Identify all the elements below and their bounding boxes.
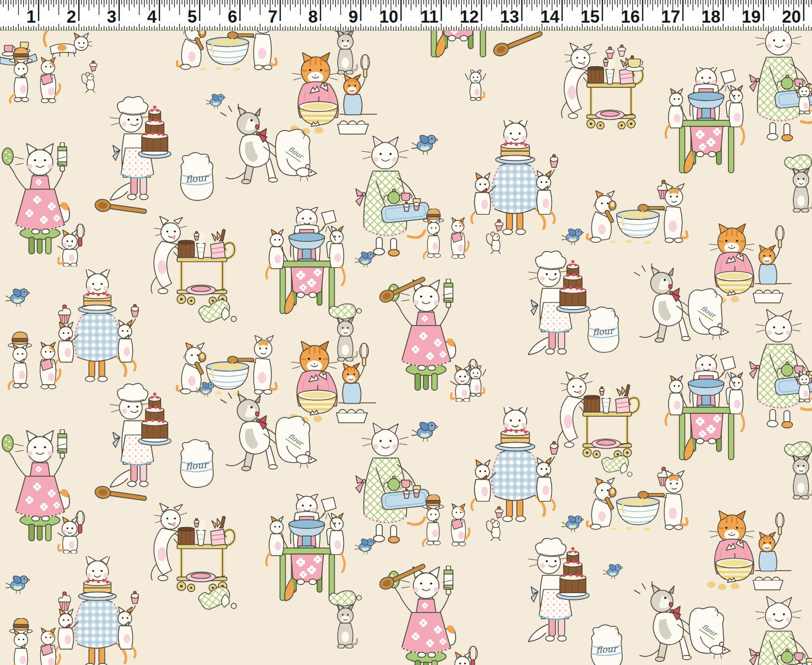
ruler-number: 5: [188, 7, 197, 26]
flour-bag-motif: [180, 439, 213, 487]
ruler-number: 12: [460, 7, 479, 26]
ruler-number: 4: [147, 7, 157, 26]
ruler-number: 18: [702, 7, 720, 26]
fabric-swatch-photo: flour: [0, 0, 812, 665]
ruler-number: 9: [349, 7, 358, 26]
flour-bag-motif: [180, 152, 213, 200]
ruler-number: 8: [308, 7, 318, 26]
ruler-number: 2: [67, 7, 76, 26]
ruler-number: 11: [420, 7, 439, 26]
ruler-number: 7: [268, 7, 277, 26]
ruler-number: 15: [581, 7, 600, 26]
ruler-number: 1: [26, 7, 36, 26]
fabric-and-ruler-canvas: flour: [0, 0, 812, 665]
ruler-number: 20: [782, 7, 801, 26]
ruler-number: 6: [228, 7, 237, 26]
ruler-number: 13: [500, 7, 519, 26]
flour-bag-motif: [588, 307, 619, 352]
ruler-number: 16: [621, 7, 640, 26]
ruler-number: 17: [661, 7, 680, 26]
ruler-number: 19: [742, 7, 761, 26]
ruler-number: 10: [380, 7, 398, 26]
ruler-number: 3: [107, 7, 116, 26]
ruler-number: 14: [541, 7, 560, 26]
ruler: 1234567891011121314151617181920: [0, 0, 812, 30]
flour-bag-motif: [591, 625, 622, 665]
